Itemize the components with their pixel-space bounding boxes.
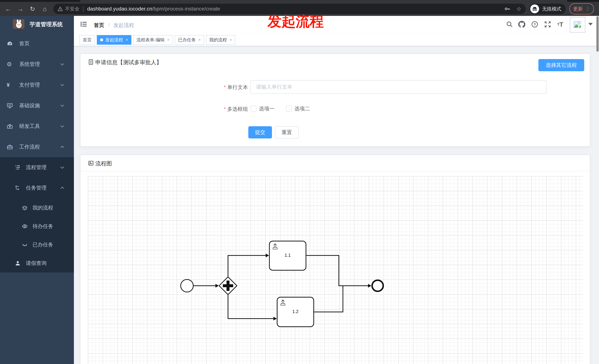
checkbox-label-one[interactable]: 选项一 <box>259 105 274 112</box>
update-label: 更新 <box>573 6 583 12</box>
sequence-flow <box>228 255 266 256</box>
browser-reload-button[interactable]: ↻ <box>28 4 37 14</box>
font-size-icon[interactable]: TT <box>556 21 564 28</box>
bookmark-star-icon[interactable]: ☆ <box>516 6 521 12</box>
breadcrumb-home[interactable]: 首页 <box>94 22 104 29</box>
security-warning-icon[interactable] <box>58 7 63 11</box>
browser-forward-button[interactable]: → <box>16 4 25 14</box>
sidebar-item-workflow[interactable]: 工作流程 <box>0 137 74 157</box>
single-line-text-input[interactable] <box>250 80 546 94</box>
bpmn-user-task-1-1[interactable]: 1.1 <box>269 241 306 271</box>
bpmn-start-event[interactable] <box>180 279 194 292</box>
chevron-up-icon <box>60 186 65 190</box>
card-divider <box>80 171 590 171</box>
search-icon[interactable] <box>506 21 513 28</box>
arrowhead-icon <box>273 317 277 321</box>
sequence-flow <box>228 318 274 319</box>
flow-list-icon <box>15 165 20 170</box>
fullscreen-icon[interactable] <box>544 21 551 28</box>
close-icon[interactable]: × <box>230 38 232 42</box>
app-title: 芋道管理系统 <box>30 21 63 28</box>
select-other-process-button[interactable]: 选择其它流程 <box>538 59 584 71</box>
sidebar-item-infrastructure[interactable]: 基础设施 <box>0 95 74 116</box>
user-icon <box>15 260 21 266</box>
tab-my-process[interactable]: 我的流程 × <box>206 35 235 45</box>
sidebar-item-process-management[interactable]: 流程管理 <box>0 157 74 178</box>
sequence-flow <box>306 255 339 256</box>
briefcase-icon <box>7 144 13 150</box>
address-divider <box>83 6 84 12</box>
bpmn-canvas[interactable]: 1.1 1.2 <box>88 176 583 364</box>
task-label: 1.1 <box>270 253 306 258</box>
avatar-dropdown-caret-icon[interactable] <box>588 23 593 25</box>
browser-update-button[interactable]: 更新 ⋮ <box>569 3 594 14</box>
key-icon[interactable] <box>504 6 511 12</box>
tab-start-process[interactable]: 发起流程 × <box>97 35 131 45</box>
eye-icon <box>22 223 28 229</box>
help-icon[interactable]: ? <box>531 21 538 28</box>
security-label: 不安全 <box>65 6 79 12</box>
checkbox-option-one[interactable] <box>251 106 256 111</box>
annotation-overlay-text: 发起流程 <box>268 12 324 31</box>
sequence-flow <box>228 255 228 277</box>
tags-view-bar: 首页 发起流程 × 流程表单-编辑 × 已办任务 × 我的流程 × <box>74 33 599 46</box>
sidebar-item-devtools[interactable]: 研发工具 <box>0 116 74 137</box>
close-icon[interactable]: × <box>126 38 128 42</box>
required-asterisk: * <box>224 106 226 112</box>
document-icon <box>88 59 94 65</box>
sidebar-submenu-workflow: 流程管理 任务管理 我的流程 待办任务 <box>0 157 74 272</box>
browser-home-button[interactable]: ⌂ <box>40 4 49 14</box>
sidebar-item-home[interactable]: 首页 <box>0 33 74 54</box>
sidebar-item-todo-tasks[interactable]: 待办任务 <box>0 217 74 236</box>
browser-tabstrip <box>0 0 599 2</box>
gear-icon: ⚙ <box>7 61 12 67</box>
form-card-title: 申请信息【测试多审批人】 <box>95 59 162 66</box>
chevron-down-icon <box>60 165 65 170</box>
reset-button[interactable]: 重置 <box>275 126 299 138</box>
chevron-up-icon <box>60 144 65 149</box>
checkbox-option-two[interactable] <box>286 106 292 111</box>
active-tab-dot <box>100 38 103 41</box>
monitor-icon <box>7 102 13 109</box>
browser-back-button[interactable]: ← <box>4 4 13 14</box>
dashboard-icon <box>7 40 13 47</box>
sidebar-toggle-button[interactable] <box>80 21 87 27</box>
chevron-down-icon <box>60 83 65 87</box>
sidebar-item-leave-query[interactable]: 请假查询 <box>0 254 74 272</box>
sidebar-item-payment[interactable]: ¥ 支付管理 <box>0 75 74 95</box>
bpmn-end-event[interactable] <box>371 279 384 292</box>
avatar[interactable] <box>570 17 585 33</box>
tab-done-tasks[interactable]: 已办任务 × <box>175 35 204 45</box>
arrowhead-icon <box>215 284 219 288</box>
close-icon[interactable]: × <box>167 38 170 42</box>
user-task-icon <box>272 243 278 250</box>
browser-menu-icon[interactable]: ⋮ <box>585 6 590 12</box>
bpmn-user-task-1-2[interactable]: 1.2 <box>277 297 314 327</box>
eye-closed-icon <box>22 242 28 248</box>
gateway-plus-icon <box>227 280 229 291</box>
github-icon[interactable] <box>518 21 526 28</box>
sequence-flow <box>194 285 215 286</box>
checkbox-label-two[interactable]: 选项二 <box>294 105 310 112</box>
required-asterisk: * <box>224 84 226 90</box>
sidebar-item-task-management[interactable]: 任务管理 <box>0 178 74 198</box>
toolbox-icon <box>7 123 13 129</box>
incognito-label: 无痕模式 <box>542 6 561 12</box>
incognito-icon <box>530 4 539 13</box>
browser-active-tab[interactable] <box>80 0 567 2</box>
tab-home[interactable]: 首页 <box>79 35 95 45</box>
sidebar-item-my-process[interactable]: 我的流程 <box>0 199 74 217</box>
sidebar-item-system[interactable]: ⚙ 系统管理 <box>0 54 74 75</box>
arrowhead-icon <box>266 254 269 257</box>
submit-button[interactable]: 提交 <box>248 126 272 138</box>
close-icon[interactable]: × <box>198 38 201 42</box>
sequence-flow <box>314 312 343 312</box>
sequence-flow <box>228 295 228 319</box>
sequence-flow <box>343 286 343 312</box>
sidebar-item-done-tasks[interactable]: 已办任务 <box>0 236 74 254</box>
diagram-card-title: 流程图 <box>95 160 112 167</box>
tab-form-edit[interactable]: 流程表单-编辑 × <box>133 35 173 45</box>
sequence-flow <box>338 255 339 286</box>
page-scrollbar[interactable] <box>596 16 599 52</box>
sidebar: 芋道管理系统 首页 ⚙ 系统管理 ¥ 支付管理 基础设施 <box>0 16 74 364</box>
